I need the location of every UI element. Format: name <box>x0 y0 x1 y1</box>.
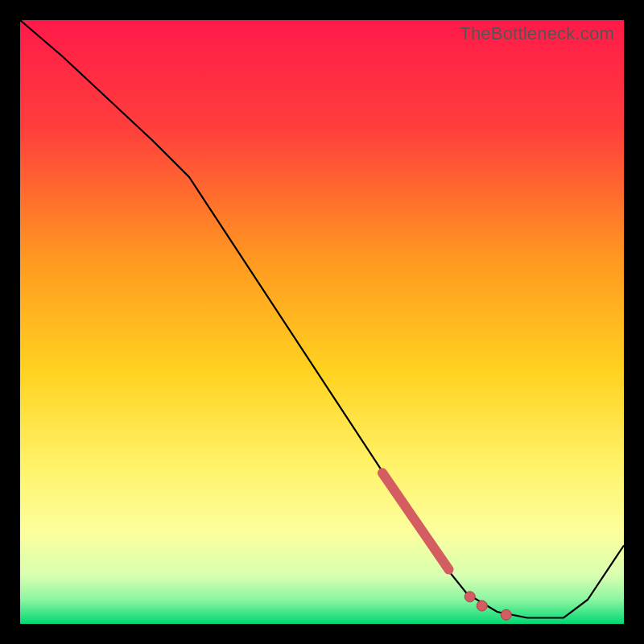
main-curve <box>20 20 624 618</box>
chart-frame: TheBottleneck.com <box>20 20 624 624</box>
highlight-segment <box>382 473 449 570</box>
data-point <box>464 592 475 602</box>
bottleneck-curve <box>20 20 624 624</box>
data-point <box>477 601 487 611</box>
data-point <box>501 609 511 620</box>
